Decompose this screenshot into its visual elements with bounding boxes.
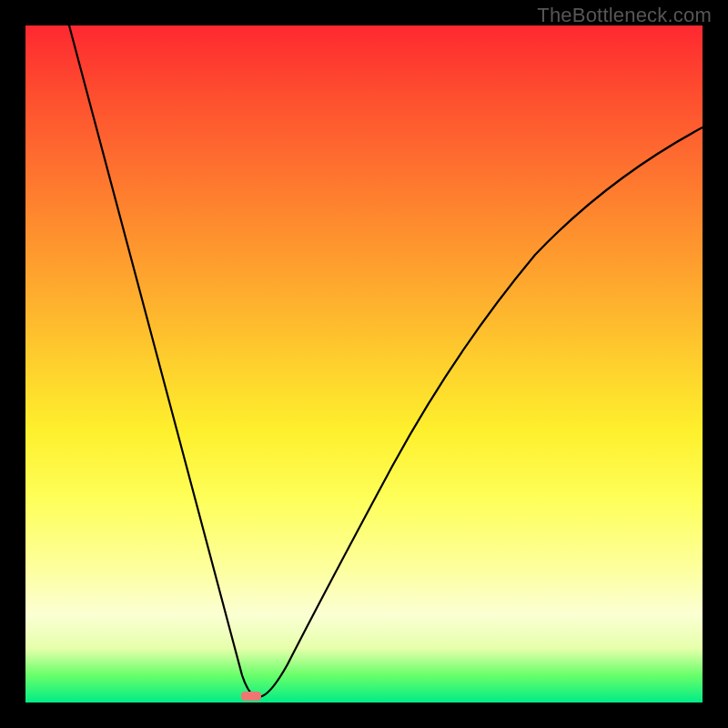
plot-area — [25, 25, 703, 703]
optimum-marker — [241, 692, 261, 701]
chart-frame: TheBottleneck.com — [0, 0, 728, 728]
bottleneck-curve — [25, 25, 703, 703]
watermark-text: TheBottleneck.com — [537, 4, 712, 27]
curve-path — [69, 25, 703, 697]
